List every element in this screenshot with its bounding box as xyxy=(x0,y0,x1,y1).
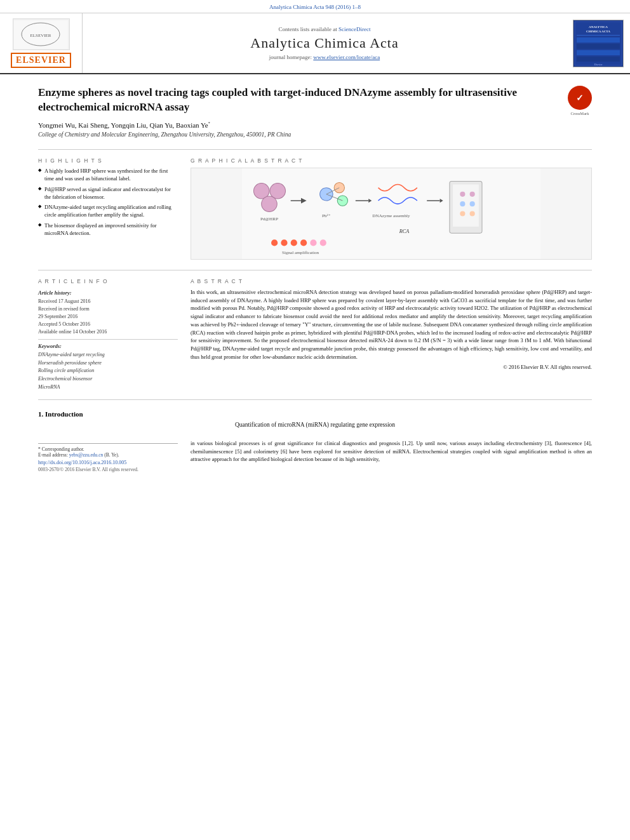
contents-line: Contents lists available at ScienceDirec… xyxy=(279,26,371,32)
svg-point-46 xyxy=(320,239,326,246)
intro-subheading: Quantification of microRNA (miRNA) regul… xyxy=(38,422,592,428)
keyword-4: Electrochemical biosensor xyxy=(38,375,178,383)
abstract-column: A B S T R A C T In this work, an ultrase… xyxy=(191,278,592,392)
article-title-area: Enzyme spheres as novel tracing tags cou… xyxy=(0,74,630,145)
keyword-1: DNAzyme-aided target recycling xyxy=(38,351,178,359)
svg-rect-30 xyxy=(453,184,479,226)
section-divider-2 xyxy=(38,270,592,270)
article-title-block: Enzyme spheres as novel tracing tags cou… xyxy=(38,86,560,139)
highlight-item-3: DNAzyme-aided target recycling amplifica… xyxy=(38,204,178,219)
available-date: Available online 14 October 2016 xyxy=(38,328,178,336)
sciencedirect-link[interactable]: ScienceDirect xyxy=(338,26,370,32)
svg-text:Pb²⁺: Pb²⁺ xyxy=(322,213,331,218)
svg-text:Pd@HRP: Pd@HRP xyxy=(260,217,278,222)
intro-body-column: in various biological processes is of gr… xyxy=(191,439,592,472)
publisher-logo-area: ELSEVIER ELSEVIER xyxy=(0,13,83,73)
keyword-5: MicroRNA xyxy=(38,383,178,392)
doi-link[interactable]: http://dx.doi.org/10.1016/j.aca.2016.10.… xyxy=(38,460,178,465)
journal-cover-image: ANALYTICA CHIMICA ACTA Elsevier xyxy=(573,20,624,67)
highlights-heading: H I G H L I G H T S xyxy=(38,157,178,164)
article-history: Article history: Received 17 August 2016… xyxy=(38,290,178,336)
homepage-link[interactable]: www.elsevier.com/locate/aca xyxy=(313,54,380,60)
svg-rect-10 xyxy=(577,50,620,55)
abstract-text: In this work, an ultrasensitive electroc… xyxy=(191,288,592,361)
author-affiliation: College of Chemistry and Molecular Engin… xyxy=(38,131,560,138)
svg-text:Signal amplification: Signal amplification xyxy=(282,250,319,255)
article-main-title: Enzyme spheres as novel tracing tags cou… xyxy=(38,86,560,115)
abstract-heading: A B S T R A C T xyxy=(191,278,592,284)
svg-point-34 xyxy=(470,201,475,206)
info-abstract-section: A R T I C L E I N F O Article history: R… xyxy=(0,274,630,396)
highlight-item-2: Pd@HRP served as signal indicator and el… xyxy=(38,186,178,201)
graphical-abstract-heading: G R A P H I C A L A B S T R A C T xyxy=(191,157,592,164)
graphical-abstract-image: DNAzyme assembly Pb²⁺ Pd@HRP RCA Signal … xyxy=(191,168,592,260)
svg-text:CHIMICA ACTA: CHIMICA ACTA xyxy=(586,30,610,33)
journal-title-area: Contents lists available at ScienceDirec… xyxy=(83,13,566,73)
svg-point-36 xyxy=(470,211,475,216)
svg-point-44 xyxy=(300,239,307,246)
journal-reference-bar: Analytica Chimica Acta 948 (2016) 1–8 xyxy=(0,0,630,13)
introduction-heading-section: 1. Introduction Quantification of microR… xyxy=(0,404,630,439)
crossmark-badge: ✓ CrossMark xyxy=(568,86,592,110)
footnotes-column: * Corresponding author. E-mail address: … xyxy=(38,439,178,472)
crossmark-label: CrossMark xyxy=(571,111,589,116)
svg-point-41 xyxy=(271,239,278,246)
keywords-section: Keywords: DNAzyme-aided target recycling… xyxy=(38,343,178,392)
svg-text:✓: ✓ xyxy=(576,93,584,103)
info-divider xyxy=(38,339,178,340)
highlights-column: H I G H L I G H T S A highly loaded HRP … xyxy=(38,157,178,262)
svg-point-31 xyxy=(460,192,465,197)
page: Analytica Chimica Acta 948 (2016) 1–8 EL… xyxy=(0,0,630,840)
crossmark-icon: ✓ xyxy=(568,86,592,110)
highlights-abstract-section: H I G H L I G H T S A highly loaded HRP … xyxy=(0,154,630,266)
svg-point-43 xyxy=(291,239,297,246)
graphical-abstract-column: G R A P H I C A L A B S T R A C T xyxy=(191,157,592,262)
revised-label: Received in revised form xyxy=(38,305,178,313)
journal-ref-text: Analytica Chimica Acta 948 (2016) 1–8 xyxy=(269,4,361,10)
elsevier-logo-image: ELSEVIER xyxy=(13,18,70,50)
keyword-3: Rolling circle amplification xyxy=(38,367,178,375)
accepted-date: Accepted 5 October 2016 xyxy=(38,321,178,328)
highlights-list: A highly loaded HRP sphere was synthesiz… xyxy=(38,168,178,237)
svg-text:ANALYTICA: ANALYTICA xyxy=(589,25,608,29)
svg-text:DNAzyme assembly: DNAzyme assembly xyxy=(372,213,410,218)
svg-point-35 xyxy=(460,211,465,216)
svg-point-33 xyxy=(460,201,465,206)
journal-homepage: journal homepage: www.elsevier.com/locat… xyxy=(269,54,380,60)
svg-rect-8 xyxy=(577,37,620,43)
article-info-heading: A R T I C L E I N F O xyxy=(38,278,178,284)
bottom-two-col: * Corresponding author. E-mail address: … xyxy=(0,439,630,472)
revised-date: 29 September 2016 xyxy=(38,313,178,321)
issn-text: 0003-2670/© 2016 Elsevier B.V. All right… xyxy=(38,467,178,472)
footer-note: * Corresponding author. E-mail address: … xyxy=(38,443,178,458)
svg-rect-9 xyxy=(577,44,620,49)
keywords-label: Keywords: xyxy=(38,343,178,349)
svg-rect-7 xyxy=(577,35,620,36)
corresponding-note: * Corresponding author. xyxy=(38,446,178,452)
svg-point-18 xyxy=(262,196,278,212)
highlight-item-4: The biosensor displayed an improved sens… xyxy=(38,222,178,237)
intro-heading: 1. Introduction xyxy=(38,410,592,418)
journal-title: Analytica Chimica Acta xyxy=(250,35,398,51)
corresponding-mark: * xyxy=(208,121,210,125)
journal-cover-area: ANALYTICA CHIMICA ACTA Elsevier xyxy=(566,13,630,73)
email-link[interactable]: yebx@zzu.edu.cn xyxy=(69,452,104,458)
svg-point-42 xyxy=(281,239,287,246)
svg-text:ELSEVIER: ELSEVIER xyxy=(30,33,51,38)
svg-point-20 xyxy=(320,188,333,201)
section-divider-3 xyxy=(38,399,592,400)
history-label: Article history: xyxy=(38,290,178,296)
keyword-2: Horseradish peroxidase sphere xyxy=(38,359,178,368)
article-authors: Yongmei Wu, Kai Sheng, Yongqin Liu, Qian… xyxy=(38,121,560,129)
svg-point-45 xyxy=(310,239,316,246)
svg-rect-11 xyxy=(577,57,620,62)
elsevier-label: ELSEVIER xyxy=(11,53,71,68)
highlight-item-1: A highly loaded HRP sphere was synthesiz… xyxy=(38,168,178,183)
email-note: E-mail address: yebx@zzu.edu.cn (B. Ye). xyxy=(38,452,178,458)
svg-text:RCA: RCA xyxy=(399,229,410,234)
svg-text:Elsevier: Elsevier xyxy=(594,63,603,66)
abstract-copyright: © 2016 Elsevier B.V. All rights reserved… xyxy=(191,364,592,370)
section-divider-1 xyxy=(38,149,592,150)
intro-body-text: in various biological processes is of gr… xyxy=(191,439,592,463)
article-info-column: A R T I C L E I N F O Article history: R… xyxy=(38,278,178,392)
